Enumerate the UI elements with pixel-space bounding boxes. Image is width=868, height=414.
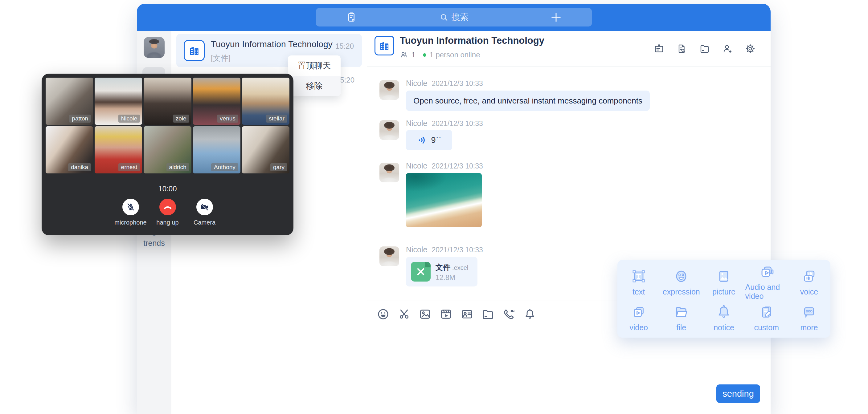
chat-header-actions (653, 43, 756, 54)
message-meta: Nicole2021/12/3 10:33 (406, 161, 483, 170)
call-timer: 10:00 (41, 185, 293, 193)
panel-item-expression[interactable]: expression (660, 263, 703, 300)
file-x-icon (411, 262, 431, 282)
message-meta: Nicole2021/12/3 10:33 (406, 119, 483, 128)
panel-item-custom[interactable]: custom (745, 300, 788, 335)
microphone-label: microphone (112, 219, 149, 226)
message-meta: Nicole2021/12/3 10:33 (406, 79, 483, 88)
participant-name: gary (270, 163, 287, 171)
participant-tile: Nicole (95, 77, 142, 125)
image-icon[interactable] (418, 308, 432, 321)
folder-icon[interactable] (481, 308, 495, 321)
scissors-icon[interactable] (397, 308, 411, 321)
panel-item-file[interactable]: file (660, 300, 703, 335)
message-toolbar (376, 308, 537, 321)
participant-name: ernest (118, 163, 140, 171)
user-avatar[interactable] (144, 37, 164, 58)
chat-main: Tuoyun Information Technology 1 1 person… (367, 31, 771, 414)
bell-icon[interactable] (523, 308, 537, 321)
sender-name: Nicole (406, 245, 427, 254)
building-icon (187, 44, 201, 57)
clapper-icon[interactable] (439, 308, 453, 321)
participant-tile: patton (45, 77, 93, 125)
voice-duration: 9`` (431, 135, 441, 145)
chat-header: Tuoyun Information Technology 1 1 person… (367, 31, 771, 67)
microphone-button[interactable]: microphone (112, 199, 149, 226)
panel-item-more[interactable]: more (788, 300, 830, 335)
sound-wave-icon (417, 135, 428, 146)
participant-name: zoie (173, 115, 189, 123)
trends-label: trends (137, 239, 172, 248)
panel-file-icon (673, 304, 690, 321)
chat-subtitle: 1 1 person online (400, 51, 480, 59)
file-ext: .excel (452, 264, 468, 271)
doc-search-icon[interactable] (676, 43, 687, 54)
search-icon (439, 12, 448, 22)
panel-item-picture[interactable]: picture (703, 263, 745, 300)
image-message[interactable] (406, 173, 482, 227)
sender-avatar[interactable] (379, 163, 399, 182)
top-bar: 搜索 (137, 4, 771, 31)
panel-item-audio-video[interactable]: Audio and video (745, 263, 788, 300)
panel-audio-video-icon (758, 263, 775, 280)
sender-avatar[interactable] (379, 247, 399, 266)
panel-item-voice[interactable]: voice (788, 263, 830, 300)
mic-off-icon (126, 202, 135, 212)
id-card-icon[interactable] (460, 308, 474, 321)
sender-name: Nicole (406, 79, 427, 88)
sender-avatar[interactable] (379, 120, 399, 140)
participant-tile: stellar (242, 77, 289, 125)
participant-tile: Anthony (193, 126, 241, 173)
panel-expression-icon (673, 268, 690, 285)
participant-name: Nicole (118, 115, 140, 123)
memo-phone-icon[interactable] (345, 11, 357, 23)
noticeboard-icon[interactable] (653, 43, 664, 54)
text-message: Open source, free, and universal instant… (406, 91, 650, 111)
camera-label: Camera (186, 219, 223, 226)
search-placeholder: 搜索 (452, 11, 469, 23)
panel-picture-icon (715, 268, 733, 285)
hang-up-button[interactable]: hang up (149, 199, 186, 226)
participant-tile: danika (45, 126, 93, 173)
send-button[interactable]: sending (716, 384, 760, 403)
participant-grid: patton Nicole zoie venus stellar danika … (45, 77, 289, 173)
plus-icon[interactable] (550, 11, 562, 23)
message-type-panel: text expression picture Audio and video … (617, 260, 830, 338)
sender-avatar[interactable] (379, 80, 399, 100)
panel-more-icon (801, 304, 818, 321)
participant-name: stellar (266, 115, 287, 123)
panel-item-notice[interactable]: notice (703, 300, 745, 335)
panel-voice-icon (801, 268, 818, 285)
participant-name: Anthony (211, 163, 238, 171)
voice-message[interactable]: 9`` (406, 130, 452, 150)
members-icon (400, 51, 408, 59)
folder-icon[interactable] (699, 43, 710, 54)
conversation-title: Tuoyun Information Technology (211, 39, 333, 49)
hang-up-label: hang up (149, 219, 186, 226)
message-time: 2021/12/3 10:33 (432, 79, 483, 88)
file-message[interactable]: 文件.excel 12.8M (406, 257, 477, 286)
search-bar[interactable]: 搜索 (316, 8, 592, 27)
sender-name: Nicole (406, 161, 427, 170)
person-add-icon[interactable] (722, 43, 733, 54)
panel-notice-icon (715, 304, 733, 321)
camera-button[interactable]: Camera (186, 199, 223, 226)
participant-tile: venus (193, 77, 241, 125)
gear-icon[interactable] (745, 43, 756, 54)
screenshot-root: 搜索 trends Tuoyun Information Technology … (0, 0, 868, 414)
menu-item-pin-chat[interactable]: 置顶聊天 (288, 56, 341, 76)
panel-item-video[interactable]: video (617, 300, 660, 335)
call-controls: microphone hang up Camera (41, 199, 293, 226)
online-status: 1 person online (429, 51, 480, 59)
participant-tile: zoie (144, 77, 191, 125)
group-avatar (374, 36, 394, 56)
participant-name: aldrich (166, 163, 189, 171)
camera-off-icon (200, 202, 210, 212)
chat-title: Tuoyun Information Technology (400, 35, 544, 46)
phone-camera-icon[interactable] (502, 308, 516, 321)
x-glyph (415, 266, 426, 277)
panel-item-text[interactable]: text (617, 263, 660, 300)
smiley-icon[interactable] (376, 308, 390, 321)
menu-item-remove[interactable]: 移除 (288, 76, 341, 96)
message-meta: Nicole2021/12/3 10:33 (406, 245, 483, 254)
